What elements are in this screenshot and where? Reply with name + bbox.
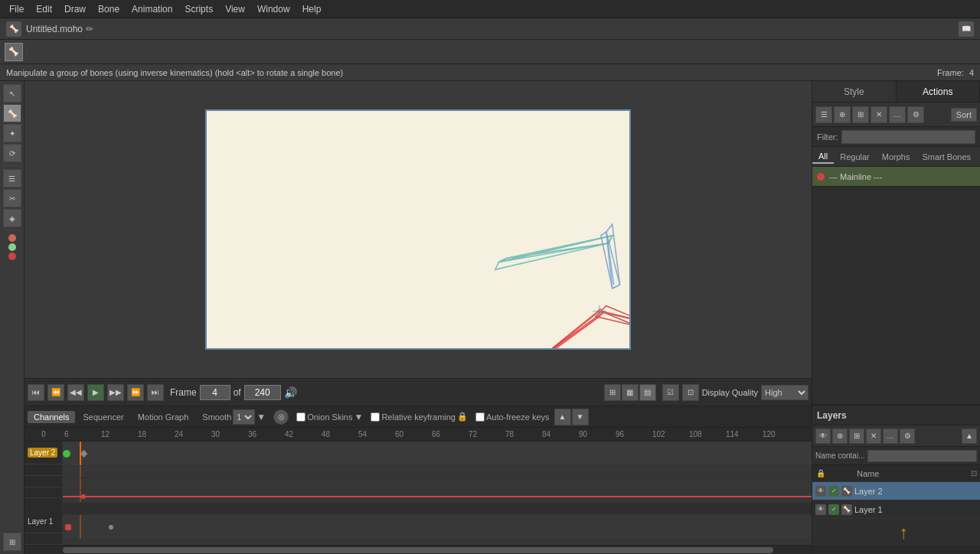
sequencer-tab[interactable]: Sequencer bbox=[77, 411, 129, 423]
right-panel-tabs: Style Actions bbox=[812, 81, 980, 103]
cat-smart-bones-tab[interactable]: Smart Bones bbox=[916, 151, 977, 163]
next-frame-button[interactable]: ▶▶ bbox=[107, 384, 124, 401]
action-copy-btn[interactable]: ⊕ bbox=[834, 106, 851, 123]
menu-scripts[interactable]: Scripts bbox=[178, 2, 219, 16]
menu-window[interactable]: Window bbox=[251, 2, 296, 16]
onion-dropdown-icon[interactable]: ▼ bbox=[354, 412, 363, 422]
menu-animation[interactable]: Animation bbox=[126, 2, 178, 16]
layer2-check[interactable]: ✓ bbox=[828, 486, 839, 497]
drawing-canvas[interactable] bbox=[205, 109, 631, 350]
filter-input[interactable] bbox=[841, 130, 976, 144]
tool-layers[interactable]: ⊞ bbox=[3, 533, 21, 551]
frame-total-input[interactable] bbox=[244, 385, 281, 400]
ruler-zero: 0 bbox=[24, 430, 63, 438]
layer-delete-btn[interactable]: ✕ bbox=[866, 429, 881, 444]
mainline-entry[interactable]: --- Mainline --- bbox=[812, 167, 980, 187]
tool-manipulate[interactable]: 🦴 bbox=[5, 43, 23, 61]
tool-6[interactable]: ✂ bbox=[3, 189, 21, 207]
ruler-tick-42: 42 bbox=[283, 430, 320, 438]
cat-all-tab[interactable]: All bbox=[812, 150, 834, 164]
cat-regular-tab[interactable]: Regular bbox=[834, 151, 876, 163]
h-scrollbar-thumb[interactable] bbox=[63, 547, 773, 553]
layer-copy-btn[interactable]: ⊕ bbox=[832, 429, 848, 444]
clip-icon[interactable]: ⊡ bbox=[682, 384, 699, 401]
prev-keyframe-button[interactable]: ⏪ bbox=[47, 384, 64, 401]
layer-settings-btn[interactable]: ⚙ bbox=[900, 429, 915, 444]
menu-view[interactable]: View bbox=[219, 2, 251, 16]
ruler-tick-18: 18 bbox=[136, 430, 173, 438]
go-first-button[interactable]: ⏮ bbox=[28, 384, 44, 401]
layer-eye-btn[interactable]: 👁 bbox=[815, 429, 831, 444]
tool-4[interactable]: ⟳ bbox=[3, 144, 21, 162]
style-tab[interactable]: Style bbox=[812, 81, 897, 102]
view-mode-1[interactable]: ⊞ bbox=[604, 384, 621, 401]
onion-skins-checkbox[interactable] bbox=[296, 412, 305, 422]
play-button[interactable]: ▶ bbox=[87, 384, 104, 401]
ruler-tick-48: 48 bbox=[320, 430, 357, 438]
layer-scroll-up[interactable]: ▲ bbox=[962, 429, 977, 444]
menu-file[interactable]: File bbox=[3, 2, 30, 16]
layer-more-btn[interactable]: … bbox=[883, 429, 898, 444]
name-filter-input[interactable] bbox=[867, 450, 977, 462]
display-quality-select[interactable]: HighMediumLow bbox=[761, 385, 808, 400]
frame-number-input[interactable] bbox=[200, 385, 230, 400]
ruler-tick-66: 66 bbox=[430, 430, 467, 438]
tool-5[interactable]: ☰ bbox=[3, 169, 21, 187]
menu-draw[interactable]: Draw bbox=[58, 2, 92, 16]
red-channel-line bbox=[63, 496, 812, 497]
motion-graph-tab[interactable]: Motion Graph bbox=[132, 411, 195, 423]
relative-keyframing-checkbox[interactable] bbox=[371, 412, 380, 422]
layer2-sub-track2 bbox=[63, 478, 812, 490]
layer-add-btn[interactable]: ⊞ bbox=[849, 429, 864, 444]
action-settings-btn[interactable]: ⚙ bbox=[907, 106, 924, 123]
layer1-track bbox=[63, 515, 812, 539]
tool-pointer[interactable]: ↖ bbox=[3, 84, 21, 103]
auto-freeze-checkbox[interactable] bbox=[475, 412, 485, 422]
up-btn[interactable]: ▲ bbox=[554, 409, 571, 425]
layer1-eye[interactable]: 👁 bbox=[815, 504, 826, 515]
prev-frame-button[interactable]: ◀◀ bbox=[67, 384, 84, 401]
action-more-btn[interactable]: … bbox=[889, 106, 906, 123]
checkbox-icon[interactable]: ☑ bbox=[662, 384, 679, 401]
go-last-button[interactable]: ⏭ bbox=[147, 384, 164, 401]
layer2-entry[interactable]: 👁 ✓ 🦴 Layer 2 bbox=[812, 482, 980, 500]
track-content[interactable] bbox=[63, 442, 812, 545]
volume-icon[interactable]: 🔊 bbox=[284, 386, 297, 399]
down-btn[interactable]: ▼ bbox=[572, 409, 589, 425]
layers-toolbar: 👁 ⊕ ⊞ ✕ … ⚙ ▲ bbox=[812, 425, 980, 447]
layer1-label: Layer 1 bbox=[24, 510, 62, 533]
action-folder-btn[interactable]: ⊞ bbox=[852, 106, 869, 123]
ruler-tick-84: 84 bbox=[541, 430, 577, 438]
ruler-tick-108: 108 bbox=[688, 430, 724, 438]
layer2-eye[interactable]: 👁 bbox=[815, 486, 826, 497]
menu-edit[interactable]: Edit bbox=[30, 2, 58, 16]
view-mode-3[interactable]: ▤ bbox=[639, 384, 656, 401]
smooth-dropdown-icon[interactable]: ▼ bbox=[256, 412, 266, 422]
next-keyframe-button[interactable]: ⏩ bbox=[127, 384, 144, 401]
layer1-check[interactable]: ✓ bbox=[828, 504, 839, 515]
tool-bone-manipulate[interactable]: 🦴 bbox=[3, 104, 21, 122]
view-mode-2[interactable]: ▦ bbox=[622, 384, 639, 401]
book-icon[interactable]: 📖 bbox=[959, 21, 974, 37]
ruler-tick-24: 24 bbox=[173, 430, 210, 438]
tool-3[interactable]: ✦ bbox=[3, 124, 21, 142]
actions-content-area bbox=[812, 187, 980, 404]
right-scrollbar[interactable] bbox=[812, 546, 980, 554]
actions-tab[interactable]: Actions bbox=[897, 81, 981, 102]
main-area: ↖ 🦴 ✦ ⟳ ☰ ✂ ◈ ⊞ bbox=[0, 81, 980, 554]
action-add-btn[interactable]: ☰ bbox=[815, 106, 832, 123]
smooth-type-btn[interactable]: ◎ bbox=[273, 409, 289, 425]
menu-help[interactable]: Help bbox=[296, 2, 328, 16]
smooth-select[interactable]: 123 bbox=[233, 409, 255, 425]
timeline-ruler: 0 6 12 18 24 30 36 42 48 54 60 66 72 bbox=[24, 428, 812, 442]
layer1-entry[interactable]: 👁 ✓ 🦴 Layer 1 bbox=[812, 500, 980, 519]
center-area: ⏮ ⏪ ◀◀ ▶ ▶▶ ⏩ ⏭ Frame of 🔊 ⊞ ▦ ▤ ☑ bbox=[24, 81, 812, 554]
tool-7[interactable]: ◈ bbox=[3, 209, 21, 227]
timeline-scrollbar[interactable] bbox=[24, 545, 812, 554]
cat-morphs-tab[interactable]: Morphs bbox=[876, 151, 916, 163]
menu-bone[interactable]: Bone bbox=[92, 2, 126, 16]
sort-button[interactable]: Sort bbox=[951, 108, 977, 122]
channels-tab[interactable]: Channels bbox=[28, 411, 75, 423]
action-delete-btn[interactable]: ✕ bbox=[871, 106, 887, 123]
ruler-tick-90: 90 bbox=[577, 430, 614, 438]
